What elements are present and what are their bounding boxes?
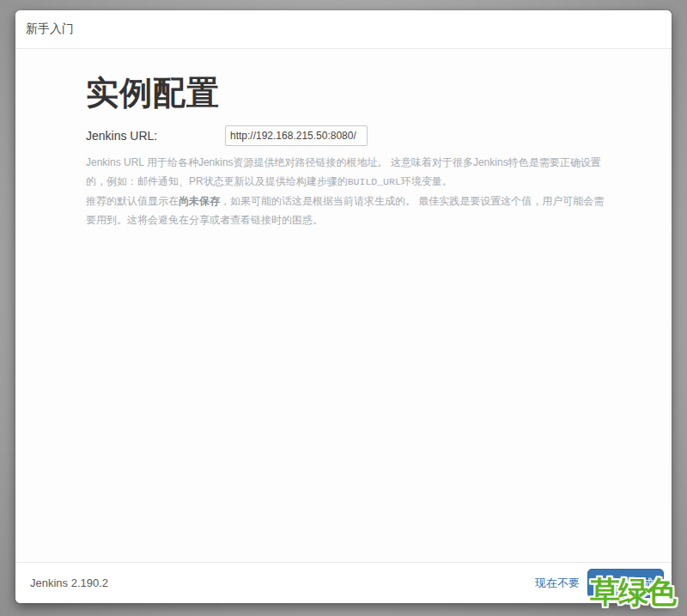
wizard-header: 新手入门 <box>15 10 672 49</box>
wizard-content: 实例配置 Jenkins URL: Jenkins URL 用于给各种Jenki… <box>15 49 672 562</box>
description-text: 环境变量。 <box>401 175 453 187</box>
description-paragraph-1: Jenkins URL 用于给各种Jenkins资源提供绝对路径链接的根地址。 … <box>86 153 610 192</box>
description-text: Jenkins URL 用于给各种Jenkins资源提供绝对路径链接的根地址。 … <box>86 156 601 187</box>
save-and-finish-button[interactable]: 保存并完成 <box>587 569 664 598</box>
footer-actions: 现在不要 保存并完成 <box>535 569 664 598</box>
unsaved-emphasis: 尚未保存 <box>179 195 220 207</box>
not-now-link[interactable]: 现在不要 <box>535 576 580 591</box>
setup-wizard-dialog: 新手入门 实例配置 Jenkins URL: Jenkins URL 用于给各种… <box>15 10 672 603</box>
wizard-footer: Jenkins 2.190.2 现在不要 保存并完成 <box>15 562 672 603</box>
jenkins-version: Jenkins 2.190.2 <box>30 576 108 589</box>
jenkins-url-label: Jenkins URL: <box>86 129 225 143</box>
jenkins-url-description: Jenkins URL 用于给各种Jenkins资源提供绝对路径链接的根地址。 … <box>86 153 610 229</box>
wizard-header-title: 新手入门 <box>26 21 74 37</box>
page-title: 实例配置 <box>86 72 622 113</box>
description-text: 推荐的默认值显示在 <box>86 195 179 207</box>
description-paragraph-2: 推荐的默认值显示在尚未保存，如果可能的话这是根据当前请求生成的。 最佳实践是要设… <box>86 192 610 229</box>
backdrop: { "header": { "title": "新手入门" }, "main":… <box>0 0 687 616</box>
jenkins-url-input[interactable] <box>225 125 368 146</box>
jenkins-url-row: Jenkins URL: <box>86 125 622 146</box>
build-url-code: BUILD_URL <box>348 176 401 187</box>
